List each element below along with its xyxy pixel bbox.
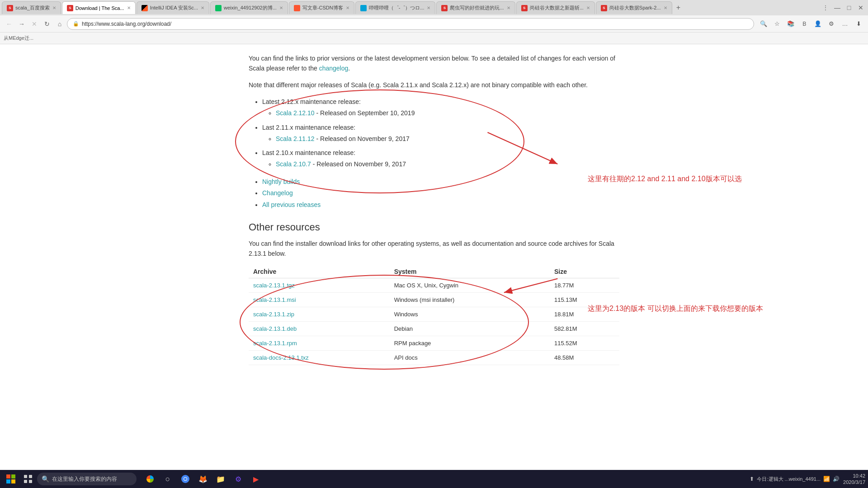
link-docs[interactable]: scala-docs-2.13.1.txz: [253, 354, 309, 361]
favicon-7: S: [441, 5, 448, 11]
cell-system-msi: Windows (msi installer): [390, 292, 550, 307]
tab-spider[interactable]: S 爬虫写的好些就进的玩... ✕: [436, 1, 515, 14]
cell-size-docs: 48.58M: [550, 350, 619, 365]
link-zip[interactable]: scala-2.13.1.zip: [253, 311, 294, 318]
list-item-2107: Scala 2.10.7 - Released on November 9, 2…: [276, 159, 619, 170]
tab-download[interactable]: S Download | The Sca... ✕: [62, 1, 136, 14]
cell-system-tgz: Mac OS X, Unix, Cygwin: [390, 278, 550, 292]
browser-chrome: S scala_百度搜索 ✕ S Download | The Sca... ✕…: [0, 0, 868, 44]
all-previous-releases-link[interactable]: All previous releases: [262, 201, 321, 208]
bing-search-icon[interactable]: 🔍: [758, 18, 769, 30]
version-list: Latest 2.12.x maintenance release: Scala…: [262, 96, 619, 170]
scala-2107-link[interactable]: Scala 2.10.7: [276, 160, 311, 168]
table-row: scala-2.13.1.msi Windows (msi installer)…: [249, 292, 619, 307]
cell-archive-docs: scala-docs-2.13.1.txz: [249, 350, 390, 365]
tab-bili[interactable]: 哔哩哔哩（゜-゜）つロ... ✕: [355, 1, 436, 14]
feedback-icon[interactable]: ⚙: [826, 18, 837, 30]
minimize-button[interactable]: —: [832, 2, 843, 13]
settings-icon[interactable]: …: [839, 18, 851, 30]
cell-system-zip: Windows: [390, 307, 550, 321]
cell-size-rpm: 115.52M: [550, 336, 619, 350]
forward-button[interactable]: →: [16, 19, 27, 29]
favicon-wx: [215, 5, 222, 11]
table-row: scala-2.13.1.tgz Mac OS X, Unix, Cygwin …: [249, 278, 619, 292]
tab-close-9[interactable]: ✕: [664, 5, 667, 10]
table-row: scala-2.13.1.rpm RPM package 115.52M: [249, 336, 619, 350]
maximize-button[interactable]: □: [844, 2, 854, 13]
ssl-lock-icon: 🔒: [73, 21, 79, 27]
close-window-button[interactable]: ✕: [855, 2, 866, 13]
cell-archive-zip: scala-2.13.1.zip: [249, 307, 390, 321]
cell-system-rpm: RPM package: [390, 336, 550, 350]
link-tgz[interactable]: scala-2.13.1.tgz: [253, 282, 295, 289]
col-archive: Archive: [249, 265, 390, 278]
table-row: scala-2.13.1.deb Debian 582.81M: [249, 321, 619, 336]
cell-size-deb: 582.81M: [550, 321, 619, 336]
nav-right-buttons: 🔍 ☆ 📚 Ｂ 👤 ⚙ … ⬇: [758, 18, 864, 30]
download-icon[interactable]: ⬇: [853, 18, 864, 30]
changelog-link[interactable]: changelog: [319, 65, 349, 72]
link-rpm[interactable]: scala-2.13.1.rpm: [253, 340, 297, 347]
favicon-bili: [360, 5, 367, 11]
list-item-21112: Scala 2.11.12 - Released on November 9, …: [276, 133, 619, 145]
tab-shgv1[interactable]: S 尚硅谷大数据之新题斩... ✕: [516, 1, 595, 14]
stop-button[interactable]: ✕: [29, 19, 40, 29]
favicon-scala-active: S: [67, 5, 73, 11]
tab-weixin[interactable]: weixin_44912902的博... ✕: [210, 1, 288, 14]
list-item-210: Last 2.10.x maintenance release: Scala 2…: [262, 147, 619, 170]
tab-close-6[interactable]: ✕: [427, 5, 430, 10]
cell-archive-rpm: scala-2.13.1.rpm: [249, 336, 390, 350]
favicon-csdn: [294, 5, 300, 11]
scala-21112-link[interactable]: Scala 2.11.12: [276, 135, 315, 142]
tab-close-4[interactable]: ✕: [279, 5, 283, 10]
col-size: Size: [550, 265, 619, 278]
list-item-211: Last 2.11.x maintenance release: Scala 2…: [262, 122, 619, 145]
changelog-page-link[interactable]: Changelog: [262, 189, 293, 197]
bookmark-item[interactable]: 从MEdge迁...: [4, 35, 33, 42]
collections-icon[interactable]: 📚: [785, 18, 797, 30]
new-tab-button[interactable]: +: [673, 2, 684, 13]
cell-size-tgz: 18.77M: [550, 278, 619, 292]
link-deb[interactable]: scala-2.13.1.deb: [253, 325, 297, 332]
reload-button[interactable]: ↻: [42, 19, 52, 29]
more-tabs-button[interactable]: ⋮: [820, 2, 831, 13]
scala-21210-link[interactable]: Scala 2.12.10: [276, 109, 315, 117]
bookmarks-bar: 从MEdge迁...: [0, 33, 868, 44]
tab-close-3[interactable]: ✕: [201, 5, 204, 10]
tab-bar: S scala_百度搜索 ✕ S Download | The Sca... ✕…: [0, 0, 868, 15]
other-resources-heading: Other resources: [249, 221, 619, 233]
nightly-builds-link[interactable]: Nightly builds: [262, 178, 300, 185]
annotation-text-top: 这里有往期的2.12 and 2.11 and 2.10版本可以选: [588, 174, 742, 184]
link-msi[interactable]: scala-2.13.1.msi: [253, 296, 296, 303]
bing-icon[interactable]: Ｂ: [798, 18, 810, 30]
favicon-idea: [142, 5, 148, 11]
favicon-scala: S: [7, 5, 13, 11]
favorites-icon[interactable]: ☆: [771, 18, 783, 30]
address-bar[interactable]: 🔒 https://www.scala-lang.org/download/: [67, 18, 754, 30]
intro-paragraph-2: Note that different major releases of Sc…: [249, 80, 619, 90]
tab-close-5[interactable]: ✕: [346, 5, 349, 10]
tab-intellij[interactable]: IntelliJ IDEA 安装Sc... ✕: [137, 1, 209, 14]
tab-shgv2[interactable]: S 尚硅谷大数据Spark-2... ✕: [596, 1, 672, 14]
tab-csdn[interactable]: 写文章-CSDN博客 ✕: [289, 1, 354, 14]
cell-archive-tgz: scala-2.13.1.tgz: [249, 278, 390, 292]
tab-close-active[interactable]: ✕: [127, 5, 131, 10]
sub-list-212: Scala 2.12.10 - Released on September 10…: [276, 108, 619, 119]
content-area: 这里有往期的2.12 and 2.11 and 2.10版本可以选 这里为2.1…: [231, 53, 637, 370]
sub-list-211: Scala 2.11.12 - Released on November 9, …: [276, 133, 619, 145]
tab-close-8[interactable]: ✕: [586, 5, 590, 10]
account-icon[interactable]: 👤: [812, 18, 824, 30]
other-resources-para: You can find the installer download link…: [249, 239, 619, 259]
cell-archive-msi: scala-2.13.1.msi: [249, 292, 390, 307]
list-item-all-previous: All previous releases: [262, 199, 619, 211]
favicon-9: S: [601, 5, 607, 11]
list-item-212: Latest 2.12.x maintenance release: Scala…: [262, 96, 619, 119]
tab-close[interactable]: ✕: [52, 5, 56, 10]
tab-close-7[interactable]: ✕: [507, 5, 510, 10]
tab-scala-baidu[interactable]: S scala_百度搜索 ✕: [2, 1, 61, 14]
favicon-8: S: [521, 5, 528, 11]
back-button[interactable]: ←: [4, 19, 14, 29]
home-button[interactable]: ⌂: [54, 19, 65, 29]
download-table: Archive System Size scala-2.13.1.tgz Mac…: [249, 265, 619, 365]
navigation-bar: ← → ✕ ↻ ⌂ 🔒 https://www.scala-lang.org/d…: [0, 15, 868, 33]
